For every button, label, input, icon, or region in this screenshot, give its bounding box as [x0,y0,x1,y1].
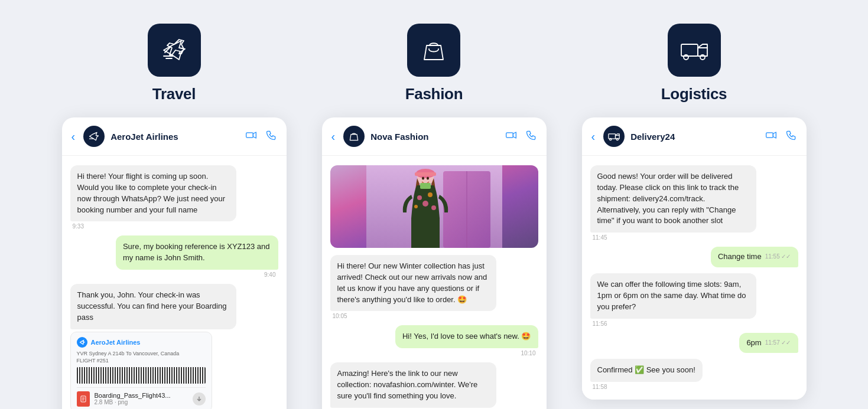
logistics-msg-5: Confirmed ✅ See you soon! 11:58 [590,359,757,390]
svg-point-31 [616,138,618,140]
aerojet-logo-small [77,337,87,348]
fashion-msg-2: Hi! Yes, I'd love to see what's new. 🤩 1… [395,325,538,356]
logistics-header: Logistics [661,24,727,103]
svg-point-23 [414,205,418,208]
logistics-bubble-5: Confirmed ✅ See you soon! [590,359,703,382]
fashion-bubble-1: Hi there! Our new Winter collection has … [330,255,497,311]
boarding-card-header: AeroJet Airlines [77,337,206,348]
travel-chat-header: ‹ AeroJet Airlines [62,117,287,156]
airplane-icon [160,36,188,64]
logistics-msg-4: 6pm 11:57 ✓✓ [739,333,798,354]
svg-point-21 [422,201,428,207]
boarding-barcode [77,367,206,384]
fashion-bubble-2: Hi! Yes, I'd love to see what's new. 🤩 [395,325,538,348]
download-icon [196,395,203,403]
travel-header: Travel [148,24,201,103]
fashion-scene-svg [366,165,502,248]
logistics-msg-1-time: 11:45 [590,234,610,241]
shopping-bag-icon [420,36,448,64]
logistics-header-icons [765,129,797,143]
truck-icon [680,36,708,64]
svg-rect-9 [506,133,513,138]
fashion-msg-1: Hi there! Our new Winter collection has … [330,255,497,319]
page-wrapper: Travel ‹ AeroJet Airlines [21,24,848,409]
travel-chat-name: AeroJet Airlines [110,132,239,142]
video-call-icon-fashion[interactable] [505,129,517,143]
back-arrow-travel[interactable]: ‹ [71,130,76,143]
travel-bubble-1: Hi there! Your flight is coming up soon.… [70,165,237,221]
pdf-icon [80,395,87,403]
travel-chat-mockup: ‹ AeroJet Airlines [62,117,287,409]
travel-avatar [83,126,105,147]
file-size: 2.8 MB · png [95,399,188,405]
logistics-msg-3: We can offer the following time slots: 9… [590,273,757,327]
phone-call-icon-logistics[interactable] [785,129,797,143]
svg-point-22 [428,192,433,197]
phone-call-icon-fashion[interactable] [525,129,537,143]
boarding-details: YVR Sydney A 214b To Vancouver, CanadaFL… [77,350,206,365]
logistics-msg-2: Change time 11:55 ✓✓ [711,247,798,267]
svg-marker-10 [513,132,516,138]
fashion-icon-box [407,24,460,77]
svg-marker-33 [773,132,776,138]
logistics-avatar-icon [608,130,620,142]
logistics-chat-header: ‹ Delivery24 [582,117,807,156]
svg-point-18 [422,177,424,180]
travel-chat-body: Hi there! Your flight is coming up soon.… [62,156,287,409]
svg-point-19 [427,177,429,180]
fashion-chat-body: Hi there! Our new Winter collection has … [322,156,547,409]
fashion-product-image [330,165,538,248]
svg-rect-3 [246,133,253,138]
logistics-chat-body: Good news! Your order will be delivered … [582,156,807,400]
svg-point-24 [431,205,436,210]
fashion-msg-3: Amazing! Here's the link to our new coll… [330,362,497,409]
travel-msg-2-time: 9:40 [262,271,278,278]
travel-bubble-2: Sure, my booking reference is XYZ123 and… [116,235,278,270]
logistics-msg-1: Good news! Your order will be delivered … [590,165,757,241]
fashion-title: Fashion [405,85,463,103]
logistics-avatar [603,126,625,147]
boarding-pass-card: AeroJet Airlines YVR Sydney A 214b To Va… [70,332,212,409]
travel-msg-1: Hi there! Your flight is coming up soon.… [70,165,237,230]
svg-rect-29 [609,134,616,139]
travel-avatar-icon [88,130,100,142]
logistics-bubble-1: Good news! Your order will be delivered … [590,165,757,233]
logistics-chat-mockup: ‹ Delivery24 [582,117,807,400]
logistics-bubble-3: We can offer the following time slots: 9… [590,273,757,319]
download-button[interactable] [193,392,206,405]
phone-call-icon-travel[interactable] [265,129,277,143]
logistics-msg-5-time: 11:58 [590,384,610,390]
logistics-bubble-2: Change time 11:55 ✓✓ [711,247,798,267]
fashion-msg-1-time: 10:05 [330,313,350,319]
back-arrow-fashion[interactable]: ‹ [331,130,336,143]
travel-column: Travel ‹ AeroJet Airlines [62,24,287,409]
svg-rect-26 [681,44,698,56]
fashion-column: Fashion ‹ Nova Fashion [322,24,547,409]
fashion-scene [330,165,538,248]
svg-point-30 [610,138,612,140]
file-icon-pdf [77,391,90,407]
boarding-file-row: Boarding_Pass_Flight43... 2.8 MB · png [77,387,206,407]
logistics-title: Logistics [661,85,727,103]
fashion-avatar-icon [348,130,360,142]
video-call-icon-logistics[interactable] [765,129,777,143]
logistics-msg-4-time-check: 11:57 ✓✓ [765,339,791,348]
logistics-column: Logistics ‹ Delivery24 [582,24,807,400]
fashion-avatar [343,126,365,147]
logistics-bubble-4: 6pm 11:57 ✓✓ [739,333,798,354]
back-arrow-logistics[interactable]: ‹ [591,130,596,143]
travel-msg-3: Thank you, John. Your check-in was succe… [70,284,237,409]
logistics-msg-3-time: 11:56 [590,320,610,327]
fashion-header: Fashion [405,24,463,103]
file-info: Boarding_Pass_Flight43... 2.8 MB · png [95,392,188,405]
travel-icon-box [148,24,201,77]
fashion-header-icons [505,129,537,143]
fashion-msg-2-time: 10:10 [518,350,538,356]
travel-msg-2: Sure, my booking reference is XYZ123 and… [116,235,278,278]
video-call-icon-travel[interactable] [245,129,257,143]
fashion-bubble-3: Amazing! Here's the link to our new coll… [330,362,497,408]
travel-header-icons [245,129,277,143]
logistics-msg-2-time-check: 11:55 ✓✓ [765,253,791,261]
aerojet-mini-icon [79,339,85,345]
svg-rect-17 [415,172,436,176]
